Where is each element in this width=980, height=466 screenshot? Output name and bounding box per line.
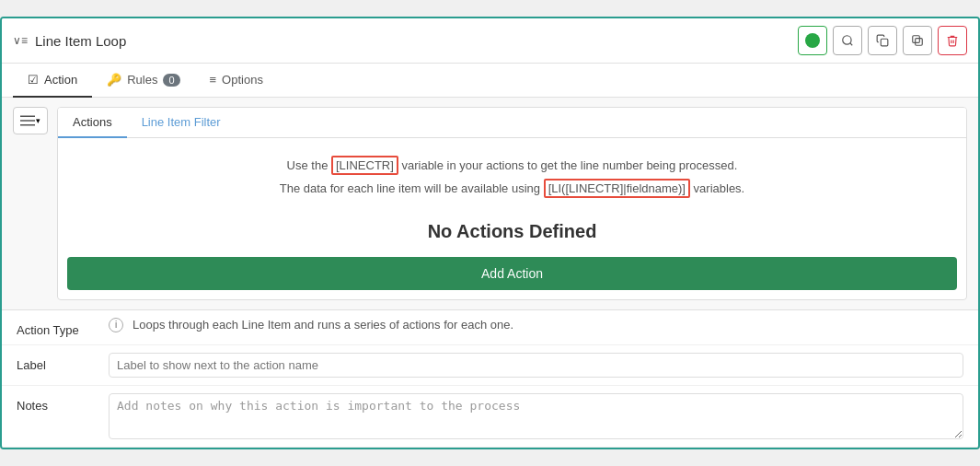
tab-rules[interactable]: 🔑 Rules 0: [92, 64, 194, 98]
inner-tabs: Actions Line Item Filter: [58, 108, 966, 138]
svg-rect-2: [881, 39, 888, 46]
list-dropdown-icon: ▾: [36, 116, 40, 125]
top-tabs: ☑ Action 🔑 Rules 0 ≡ Options: [2, 64, 978, 98]
toggle-dot: [805, 33, 820, 48]
svg-line-1: [850, 43, 853, 46]
action-type-row: Action Type i Loops through each Line It…: [2, 310, 978, 345]
label-input[interactable]: [109, 353, 963, 378]
tab-rules-label: Rules: [127, 73, 157, 87]
header-left: ∨≡ Line Item Loop: [13, 33, 126, 49]
instruction-before-1: Use the: [287, 158, 331, 172]
instruction-line-2: The data for each line item will be avai…: [86, 180, 939, 199]
rules-tab-icon: 🔑: [107, 73, 121, 87]
instruction-line-1: Use the [LINECTR] variable in your actio…: [86, 157, 939, 176]
bottom-section: Action Type i Loops through each Line It…: [2, 309, 978, 448]
duplicate-button[interactable]: [903, 26, 932, 55]
svg-rect-4: [916, 39, 923, 46]
tab-options-label: Options: [222, 73, 263, 87]
add-action-button[interactable]: Add Action: [67, 257, 957, 290]
copy-button[interactable]: [868, 26, 897, 55]
trash-icon: [946, 34, 959, 47]
instructions-section: Use the [LINECTR] variable in your actio…: [58, 138, 966, 212]
tab-options[interactable]: ≡ Options: [195, 64, 278, 98]
inner-panel: Actions Line Item Filter Use the [LINECT…: [57, 107, 967, 300]
notes-field-label: Notes: [17, 393, 109, 413]
no-actions-label: No Actions Defined: [58, 212, 966, 257]
options-tab-icon: ≡: [210, 73, 217, 87]
instruction-after-1: variable in your actions to get the line…: [398, 158, 738, 172]
li-variable: [LI([LINECTR]|fieldname)]: [544, 179, 690, 198]
instruction-after-2: variables.: [690, 181, 744, 195]
expand-icon[interactable]: ∨≡: [13, 34, 28, 47]
tab-action[interactable]: ☑ Action: [13, 64, 92, 98]
inner-tab-actions[interactable]: Actions: [58, 108, 127, 138]
info-icon: i: [109, 318, 123, 332]
inner-tab-line-item-filter[interactable]: Line Item Filter: [127, 108, 236, 137]
main-container: ∨≡ Line Item Loop ☑ Action: [0, 17, 980, 449]
linectr-variable: [LINECTR]: [331, 156, 398, 175]
rules-badge: 0: [163, 74, 179, 87]
svg-point-0: [843, 36, 851, 44]
svg-rect-3: [913, 36, 920, 43]
search-icon: [841, 34, 854, 47]
action-type-info-text: Loops through each Line Item and runs a …: [133, 318, 513, 332]
content-area: ▾ Actions Line Item Filter Use the [LINE…: [2, 98, 978, 309]
action-tab-icon: ☑: [28, 73, 39, 87]
action-type-label: Action Type: [17, 318, 109, 337]
label-row: Label: [2, 345, 978, 386]
action-type-value: i Loops through each Line Item and runs …: [109, 318, 963, 332]
list-view-button[interactable]: ▾: [13, 107, 48, 134]
label-field-label: Label: [17, 353, 109, 372]
search-button[interactable]: [833, 26, 862, 55]
notes-textarea[interactable]: Add notes on why this action is importan…: [109, 393, 963, 439]
list-icon: [20, 114, 35, 127]
header-icons: [798, 26, 967, 55]
delete-button[interactable]: [938, 26, 967, 55]
inner-tab-actions-label: Actions: [73, 115, 112, 129]
tab-action-label: Action: [44, 73, 77, 87]
duplicate-icon: [911, 34, 924, 47]
instruction-before-2: The data for each line item will be avai…: [280, 181, 544, 195]
toggle-button[interactable]: [798, 26, 827, 55]
page-title: Line Item Loop: [35, 33, 126, 49]
inner-tab-filter-label: Line Item Filter: [142, 115, 221, 129]
notes-row: Notes Add notes on why this action is im…: [2, 386, 978, 448]
header: ∨≡ Line Item Loop: [2, 18, 978, 64]
copy-icon: [876, 34, 889, 47]
